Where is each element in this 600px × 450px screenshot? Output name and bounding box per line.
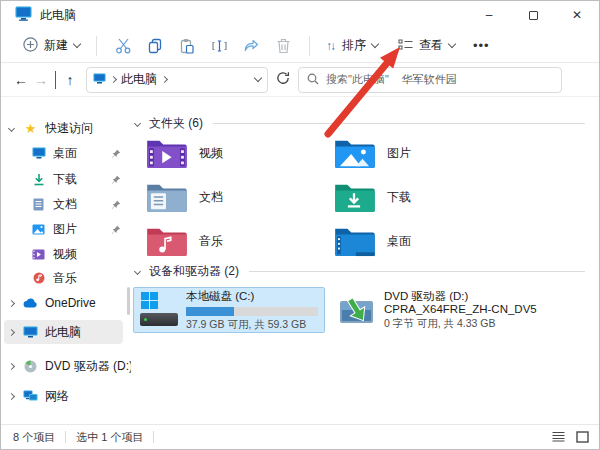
breadcrumb-chevron-icon bbox=[110, 76, 117, 83]
copy-icon bbox=[147, 38, 163, 54]
sort-button-label: 排序 bbox=[342, 37, 366, 54]
minimize-button[interactable]: – bbox=[467, 1, 511, 29]
devices-section-header[interactable]: 设备和驱动器 (2) bbox=[135, 261, 585, 281]
collapse-chevron-icon[interactable] bbox=[8, 392, 15, 399]
breadcrumb-location[interactable]: 此电脑 bbox=[121, 71, 157, 88]
section-chevron-icon[interactable] bbox=[134, 119, 141, 126]
chevron-down-icon bbox=[371, 40, 379, 48]
view-button[interactable]: 查看 bbox=[392, 33, 461, 58]
plus-circle-icon bbox=[23, 37, 38, 55]
folder-tile-documents[interactable]: 文档 bbox=[141, 177, 323, 217]
close-button[interactable]: ✕ bbox=[555, 1, 599, 29]
maximize-icon bbox=[529, 11, 538, 20]
collapse-chevron-icon[interactable] bbox=[8, 362, 15, 369]
paste-icon bbox=[179, 38, 195, 54]
cut-button[interactable] bbox=[107, 34, 139, 58]
sidebar-item-music[interactable]: 音乐 bbox=[1, 266, 131, 290]
sidebar-item-dvd-drive[interactable]: DVD 驱动器 (D:) CPRA_X64FRE_ZH-CN_DV5 bbox=[1, 354, 131, 378]
watermark-text: 华军软件园 bbox=[402, 72, 457, 87]
command-toolbar: 新建 ↑↓ 排序 查看 bbox=[1, 29, 599, 63]
folder-tile-pictures[interactable]: 图片 bbox=[329, 133, 511, 173]
refresh-button[interactable] bbox=[276, 71, 290, 89]
video-icon bbox=[31, 249, 46, 260]
recent-locations-chevron-icon[interactable] bbox=[55, 71, 56, 89]
toolbar-divider bbox=[309, 36, 310, 56]
pin-icon bbox=[111, 199, 121, 213]
downloads-folder-icon bbox=[333, 181, 375, 213]
address-bar[interactable]: 此电脑 bbox=[86, 67, 268, 93]
pictures-folder-icon bbox=[333, 137, 375, 169]
sidebar-item-downloads[interactable]: 下载 bbox=[1, 167, 131, 191]
toolbar-divider bbox=[96, 36, 97, 56]
navigation-pane: ★ 快速访问 桌面 下载 文档 图片 视频 音乐 bbox=[1, 97, 131, 424]
sidebar-item-quick-access[interactable]: ★ 快速访问 bbox=[1, 116, 131, 140]
drive-tile-dvd-d[interactable]: DVD 驱动器 (D:) CPRA_X64FRE_ZH-CN_DV5 0 字节 … bbox=[333, 287, 589, 333]
dvd-drive-icon bbox=[339, 294, 375, 326]
desktop-folder-icon bbox=[333, 225, 375, 257]
share-button[interactable] bbox=[235, 34, 267, 58]
this-pc-icon bbox=[15, 6, 32, 25]
drive-volume-label: CPRA_X64FRE_ZH-CN_DV5 bbox=[384, 303, 537, 317]
sidebar-item-pictures[interactable]: 图片 bbox=[1, 217, 131, 241]
sidebar-item-documents[interactable]: 文档 bbox=[1, 192, 131, 216]
section-chevron-icon[interactable] bbox=[134, 267, 141, 274]
status-bar: 8 个项目 选中 1 个项目 bbox=[1, 424, 599, 449]
folder-tile-desktop[interactable]: 桌面 bbox=[329, 221, 511, 261]
address-dropdown-chevron-icon[interactable] bbox=[254, 74, 262, 82]
collapse-chevron-icon[interactable] bbox=[8, 328, 15, 335]
breadcrumb-chevron-icon bbox=[161, 76, 168, 83]
music-folder-icon bbox=[145, 225, 187, 257]
window-title: 此电脑 bbox=[40, 7, 76, 24]
pin-icon bbox=[111, 174, 121, 188]
collapse-chevron-icon[interactable] bbox=[8, 299, 15, 306]
devices-section-title: 设备和驱动器 (2) bbox=[149, 263, 239, 280]
search-input[interactable]: 搜索"此电脑" 华军软件园 bbox=[298, 67, 562, 93]
rename-icon bbox=[211, 38, 228, 54]
chevron-down-icon bbox=[73, 40, 81, 48]
section-divider bbox=[213, 123, 585, 124]
folder-tile-videos[interactable]: 视频 bbox=[141, 133, 323, 173]
onedrive-cloud-icon bbox=[23, 298, 38, 308]
back-button[interactable]: ← bbox=[11, 72, 31, 88]
delete-button[interactable] bbox=[267, 34, 299, 58]
copy-button[interactable] bbox=[139, 34, 171, 58]
view-list-icon bbox=[398, 38, 413, 54]
sidebar-item-onedrive[interactable]: OneDrive bbox=[1, 291, 131, 315]
new-button-label: 新建 bbox=[44, 37, 68, 54]
sidebar-item-videos[interactable]: 视频 bbox=[1, 242, 131, 266]
rename-button[interactable] bbox=[203, 34, 235, 58]
details-view-toggle[interactable] bbox=[552, 431, 565, 444]
section-divider bbox=[249, 271, 585, 272]
forward-button[interactable]: → bbox=[31, 72, 51, 88]
network-icon bbox=[23, 390, 38, 402]
selection-count: 选中 1 个项目 bbox=[76, 430, 143, 445]
sidebar-scrollbar-thumb[interactable] bbox=[127, 287, 130, 315]
maximize-button[interactable] bbox=[511, 1, 555, 29]
trash-icon bbox=[276, 38, 291, 54]
icons-view-toggle[interactable] bbox=[576, 431, 589, 445]
new-button[interactable]: 新建 bbox=[17, 33, 86, 59]
folders-section-header[interactable]: 文件夹 (6) bbox=[135, 113, 585, 133]
pin-icon bbox=[111, 224, 121, 238]
share-icon bbox=[243, 38, 260, 54]
sidebar-item-this-pc[interactable]: 此电脑 bbox=[4, 320, 123, 344]
dvd-disc-icon bbox=[23, 360, 38, 373]
status-divider bbox=[65, 431, 66, 443]
drive-tile-local-disk-c[interactable]: 本地磁盘 (C:) 37.9 GB 可用, 共 59.3 GB bbox=[133, 287, 325, 333]
desktop-icon bbox=[31, 147, 46, 159]
folder-tile-music[interactable]: 音乐 bbox=[141, 221, 323, 261]
star-icon: ★ bbox=[23, 121, 38, 136]
paste-button[interactable] bbox=[171, 34, 203, 58]
folders-section-title: 文件夹 (6) bbox=[149, 115, 203, 132]
drive-name: 本地磁盘 (C:) bbox=[186, 289, 318, 304]
expand-chevron-icon[interactable] bbox=[8, 124, 15, 131]
up-button[interactable]: ↑ bbox=[60, 72, 80, 88]
more-options-button[interactable]: ••• bbox=[473, 38, 490, 53]
picture-icon bbox=[31, 224, 46, 235]
sidebar-item-desktop[interactable]: 桌面 bbox=[1, 141, 131, 165]
sort-button[interactable]: ↑↓ 排序 bbox=[320, 33, 384, 58]
folder-tile-downloads[interactable]: 下载 bbox=[329, 177, 511, 217]
title-bar: 此电脑 – ✕ bbox=[1, 1, 599, 29]
sidebar-item-network[interactable]: 网络 bbox=[1, 384, 131, 408]
hard-disk-icon bbox=[140, 292, 177, 328]
